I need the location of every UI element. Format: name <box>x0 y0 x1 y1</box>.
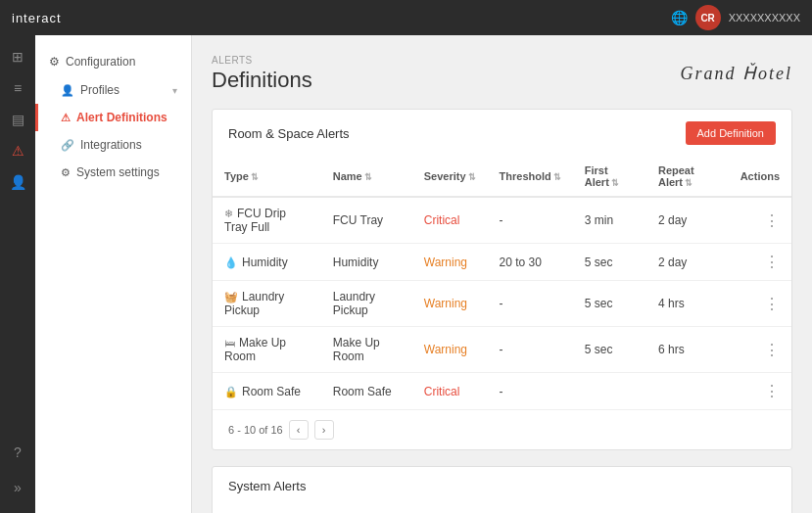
system-settings-icon: ⚙ <box>61 166 71 179</box>
profiles-label: Profiles <box>80 83 119 97</box>
page-title: Definitions <box>212 68 312 93</box>
system-alerts-header-row: Type Severity First Alert Repeat Alert <box>213 505 791 513</box>
row-actions-button[interactable]: ⋮ <box>729 327 791 373</box>
pagination-prev[interactable]: ‹ <box>289 420 309 440</box>
row-actions-button[interactable]: ⋮ <box>729 244 791 281</box>
type-icon: ❄ <box>224 208 233 219</box>
integrations-label: Integrations <box>80 138 142 152</box>
cell-type: 🛏Make Up Room <box>213 327 321 373</box>
expand-icon[interactable]: » <box>4 474 31 501</box>
cell-type: 💧Humidity <box>213 244 321 281</box>
left-nav-integrations[interactable]: 🔗 Integrations <box>35 131 191 159</box>
type-icon: 🧺 <box>224 291 238 303</box>
sys-col-type: Type <box>213 505 499 513</box>
breadcrumb: ALERTS <box>212 55 312 66</box>
col-repeat-alert: Repeat Alert⇅ <box>646 157 729 197</box>
sort-icon-threshold[interactable]: ⇅ <box>553 172 561 182</box>
type-icon: 🔒 <box>224 386 238 397</box>
page-header: ALERTS Definitions Grand Ȟotel <box>212 55 792 93</box>
page-header-left: ALERTS Definitions <box>212 55 312 93</box>
left-nav-configuration[interactable]: ⚙ Configuration <box>35 47 191 76</box>
cell-threshold: - <box>488 197 573 244</box>
globe-icon[interactable]: 🌐 <box>671 10 688 25</box>
room-alerts-body: ❄FCU Drip Tray Full FCU Tray Critical - … <box>213 197 791 409</box>
sidebar-icon-person[interactable]: 👤 <box>4 168 31 196</box>
cell-first-alert: 5 sec <box>573 281 646 327</box>
system-alerts-table: Type Severity First Alert Repeat Alert ⚠… <box>213 505 791 513</box>
table-row: 🧺Laundry Pickup Laundry Pickup Warning -… <box>213 281 791 327</box>
sidebar-icon-bar[interactable]: ▤ <box>4 106 31 133</box>
cell-type: 🧺Laundry Pickup <box>213 281 321 327</box>
add-definition-button[interactable]: Add Definition <box>686 121 777 145</box>
cell-repeat-alert <box>646 373 729 410</box>
cell-threshold: - <box>488 373 573 410</box>
icon-sidebar-bottom: ? » <box>4 439 31 513</box>
system-settings-label: System settings <box>76 165 160 179</box>
configuration-label: Configuration <box>66 55 135 69</box>
system-alerts-header: System Alerts <box>213 467 791 505</box>
col-actions: Actions <box>729 157 791 197</box>
sidebar-icon-chart[interactable]: ≡ <box>4 74 31 102</box>
help-icon[interactable]: ? <box>4 439 31 466</box>
sort-icon-first-alert[interactable]: ⇅ <box>611 178 619 188</box>
configuration-icon: ⚙ <box>49 55 60 69</box>
cell-first-alert: 3 min <box>573 197 646 244</box>
cell-name: Humidity <box>321 244 412 281</box>
room-alerts-card: Room & Space Alerts Add Definition Type⇅… <box>212 109 792 450</box>
avatar[interactable]: CR <box>695 5 721 30</box>
sidebar-icon-alert[interactable]: ⚠ <box>4 137 31 164</box>
left-nav-system-settings[interactable]: ⚙ System settings <box>35 159 191 186</box>
top-nav-right: 🌐 CR XXXXXXXXXX <box>671 5 800 30</box>
col-type: Type⇅ <box>213 157 321 197</box>
cell-name: Room Safe <box>321 373 412 410</box>
profiles-icon: 👤 <box>61 84 74 97</box>
table-row: 💧Humidity Humidity Warning 20 to 30 5 se… <box>213 244 791 281</box>
cell-severity: Warning <box>412 281 488 327</box>
integrations-icon: 🔗 <box>61 139 74 152</box>
row-actions-button[interactable]: ⋮ <box>729 281 791 327</box>
system-alerts-title: System Alerts <box>228 479 306 493</box>
icon-sidebar: ⊞ ≡ ▤ ⚠ 👤 ? » <box>0 35 35 513</box>
content-area: ALERTS Definitions Grand Ȟotel Room & Sp… <box>192 35 812 513</box>
alert-def-icon: ⚠ <box>61 112 71 124</box>
cell-repeat-alert: 4 hrs <box>646 281 729 327</box>
cell-name: Make Up Room <box>321 327 412 373</box>
row-actions-button[interactable]: ⋮ <box>729 197 791 244</box>
sort-icon-type[interactable]: ⇅ <box>251 172 259 182</box>
sort-icon-repeat-alert[interactable]: ⇅ <box>685 178 693 188</box>
col-threshold: Threshold⇅ <box>488 157 573 197</box>
col-name: Name⇅ <box>321 157 412 197</box>
table-row: ❄FCU Drip Tray Full FCU Tray Critical - … <box>213 197 791 244</box>
type-icon: 💧 <box>224 256 238 268</box>
row-actions-button[interactable]: ⋮ <box>729 373 791 410</box>
cell-type: 🔒Room Safe <box>213 373 321 410</box>
pagination-next[interactable]: › <box>314 420 334 440</box>
sys-col-severity: Severity <box>499 505 584 513</box>
col-first-alert: First Alert⇅ <box>573 157 646 197</box>
table-row: 🛏Make Up Room Make Up Room Warning - 5 s… <box>213 327 791 373</box>
sort-icon-severity[interactable]: ⇅ <box>468 172 476 182</box>
cell-threshold: - <box>488 281 573 327</box>
type-icon: 🛏 <box>224 337 235 349</box>
top-nav: interact 🌐 CR XXXXXXXXXX <box>0 0 812 35</box>
cell-name: Laundry Pickup <box>321 281 412 327</box>
cell-threshold: - <box>488 327 573 373</box>
brand-logo: Grand Ȟotel <box>681 63 793 84</box>
pagination-label: 6 - 10 of 16 <box>228 424 283 436</box>
system-alerts-card: System Alerts Type Severity First Alert … <box>212 466 792 513</box>
cell-name: FCU Tray <box>321 197 412 244</box>
cell-repeat-alert: 6 hrs <box>646 327 729 373</box>
cell-first-alert: 5 sec <box>573 244 646 281</box>
cell-repeat-alert: 2 day <box>646 197 729 244</box>
room-alerts-title: Room & Space Alerts <box>228 126 350 141</box>
username: XXXXXXXXXX <box>729 12 800 23</box>
sys-col-first-alert: First Alert <box>583 505 679 513</box>
cell-severity: Critical <box>412 373 488 410</box>
room-alerts-table: Type⇅ Name⇅ Severity⇅ Threshold⇅ First A… <box>213 157 791 409</box>
left-nav-profiles[interactable]: 👤 Profiles ▾ <box>35 76 191 104</box>
sidebar-icon-grid[interactable]: ⊞ <box>4 43 31 70</box>
alert-def-label: Alert Definitions <box>76 111 167 124</box>
sort-icon-name[interactable]: ⇅ <box>364 172 372 182</box>
cell-severity: Critical <box>412 197 488 244</box>
left-nav-alert-definitions[interactable]: ⚠ Alert Definitions <box>35 104 191 131</box>
